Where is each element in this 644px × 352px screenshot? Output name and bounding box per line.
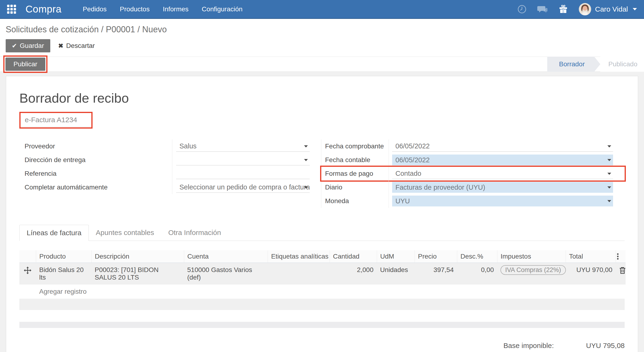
page-background: Borrador de recibo e-Factura A1234 Prove…	[0, 72, 644, 352]
field-row-direccion: Dirección de entrega	[19, 153, 321, 167]
user-menu[interactable]: Caro Vidal	[579, 3, 637, 15]
notebook-tabs: Líneas de factura Apuntes contables Otra…	[19, 225, 625, 241]
moneda-value: UYU	[396, 197, 410, 205]
cell-precio[interactable]: 397,54	[414, 263, 457, 285]
chevron-down-icon	[608, 145, 611, 147]
cell-cantidad[interactable]: 2,000	[330, 263, 377, 285]
diario-value: Facturas de proveedor (UYU)	[396, 184, 485, 191]
right-field-group: Fecha comprobante 06/05/2022 Fecha conta…	[321, 139, 625, 208]
table-footer-band	[19, 322, 625, 328]
tab-apuntes-contables[interactable]: Apuntes contables	[89, 225, 161, 241]
col-desc: Desc.%	[457, 250, 497, 263]
formas-pago-field[interactable]: Contado	[392, 168, 613, 179]
cell-impuestos[interactable]: IVA Compras (22%)	[497, 263, 566, 285]
chevron-down-icon	[304, 145, 308, 147]
totals-block: Base imponible: UYU 795,08 IVA 22%: UYU …	[474, 342, 625, 352]
formas-pago-label: Formas de pago	[321, 167, 389, 180]
optional-columns-icon[interactable]	[616, 250, 626, 263]
field-row-moneda: Moneda UYU	[321, 194, 625, 208]
cell-cuenta[interactable]: 510000 Gastos Varios (def)	[184, 263, 268, 285]
proveedor-value: Salus	[180, 142, 197, 150]
breadcrumb[interactable]: Solicitudes de cotización / P00001 / Nue…	[0, 19, 644, 34]
fecha-contable-field[interactable]: 06/05/2022	[392, 155, 613, 165]
publish-button[interactable]: Publicar	[6, 57, 45, 71]
fecha-comprobante-label: Fecha comprobante	[321, 139, 389, 153]
menu-pedidos[interactable]: Pedidos	[82, 5, 106, 13]
formas-pago-value: Contado	[396, 170, 422, 177]
page-title: Borrador de recibo	[19, 90, 625, 106]
chevron-down-icon	[304, 159, 308, 161]
drag-handle-icon[interactable]	[19, 263, 36, 285]
base-imponible-label: Base imponible:	[476, 342, 554, 350]
field-row-diario: Diario Facturas de proveedor (UYU)	[321, 180, 625, 194]
cell-total: UYU 970,00	[566, 263, 616, 285]
user-avatar	[579, 3, 591, 15]
statusbar: Publicar Borrador Publicado	[0, 57, 644, 72]
cell-descripcion[interactable]: P00023: [701] BIDON SALUS 20 LTS	[91, 263, 184, 285]
close-icon: ✖	[58, 42, 64, 49]
diario-field[interactable]: Facturas de proveedor (UYU)	[392, 182, 613, 193]
status-draft[interactable]: Borrador	[547, 57, 600, 72]
base-imponible-row: Base imponible: UYU 795,08	[474, 342, 625, 350]
gift-icon[interactable]	[558, 4, 568, 14]
col-cuenta: Cuenta	[184, 250, 268, 263]
cell-desc[interactable]: 0,00	[457, 263, 497, 285]
col-cantidad: Cantidad	[330, 250, 377, 263]
field-row-fecha-contable: Fecha contable 06/05/2022	[321, 153, 625, 167]
table-row: Bidón Salus 20 lts P00023: [701] BIDON S…	[19, 263, 626, 285]
chevron-down-icon	[608, 186, 611, 189]
menu-informes[interactable]: Informes	[163, 5, 188, 13]
col-producto: Producto	[36, 250, 91, 263]
field-row-completar: Completar automáticamente Seleccionar un…	[19, 180, 321, 194]
form-fields: Proveedor Salus Dirección de entrega Ref…	[19, 139, 625, 208]
cell-etiquetas[interactable]	[268, 263, 330, 285]
top-navbar: Compra Pedidos Productos Informes Config…	[0, 0, 644, 19]
spacer	[19, 310, 625, 322]
publish-button-label: Publicar	[14, 60, 37, 68]
tab-lineas-factura[interactable]: Líneas de factura	[19, 225, 89, 241]
fecha-comprobante-field[interactable]: 06/05/2022	[392, 141, 613, 152]
status-posted[interactable]: Publicado	[600, 57, 644, 72]
delete-line-trash-icon[interactable]	[616, 263, 626, 285]
proveedor-field[interactable]: Salus	[176, 141, 310, 152]
save-button[interactable]: ✔ Guardar	[6, 39, 50, 52]
proveedor-label: Proveedor	[19, 139, 172, 153]
save-button-label: Guardar	[20, 42, 44, 49]
chevron-down-icon	[608, 200, 611, 202]
menu-configuracion[interactable]: Configuración	[202, 5, 243, 13]
menu-productos[interactable]: Productos	[120, 5, 150, 13]
referencia-field[interactable]	[176, 168, 310, 179]
moneda-field[interactable]: UYU	[392, 196, 613, 206]
col-precio: Precio	[414, 250, 457, 263]
fecha-comprobante-value: 06/05/2022	[396, 142, 430, 150]
discard-button[interactable]: ✖ Descartar	[58, 42, 95, 49]
activities-clock-icon[interactable]	[518, 5, 526, 14]
tax-pill[interactable]: IVA Compras (22%)	[500, 265, 566, 275]
status-steps: Borrador Publicado	[547, 57, 644, 72]
handle-column-header	[19, 250, 36, 263]
field-row-formas-pago annotation-box: Formas de pago Contado	[321, 167, 625, 180]
reference-input[interactable]: e-Factura A1234	[21, 113, 91, 127]
cell-producto[interactable]: Bidón Salus 20 lts	[36, 263, 91, 285]
left-field-group: Proveedor Salus Dirección de entrega Ref…	[19, 139, 321, 194]
app-brand[interactable]: Compra	[26, 3, 62, 15]
chevron-down-icon	[608, 173, 611, 175]
tab-otra-informacion[interactable]: Otra Información	[161, 225, 228, 241]
check-icon: ✔	[12, 42, 17, 49]
direccion-field[interactable]	[176, 155, 310, 165]
completar-field[interactable]: Seleccionar un pedido de compra o factur…	[176, 182, 310, 193]
fecha-contable-label: Fecha contable	[321, 153, 389, 167]
cell-udm[interactable]: Unidades	[377, 263, 414, 285]
completar-placeholder: Seleccionar un pedido de compra o factur…	[180, 183, 310, 191]
field-row-referencia: Referencia	[19, 167, 321, 180]
completar-label: Completar automáticamente	[19, 180, 172, 194]
add-record-link[interactable]: Agregar registro	[36, 285, 626, 299]
discard-button-label: Descartar	[66, 42, 95, 49]
annotation-box: e-Factura A1234	[19, 112, 92, 129]
messages-chat-icon[interactable]	[537, 5, 548, 14]
apps-menu-icon[interactable]	[7, 5, 16, 14]
field-row-fecha-comprobante: Fecha comprobante 06/05/2022	[321, 139, 625, 153]
col-descripcion: Descripción	[91, 250, 184, 263]
empty-stripe-row	[19, 299, 625, 310]
col-etiquetas: Etiquetas analíticas	[268, 250, 330, 263]
